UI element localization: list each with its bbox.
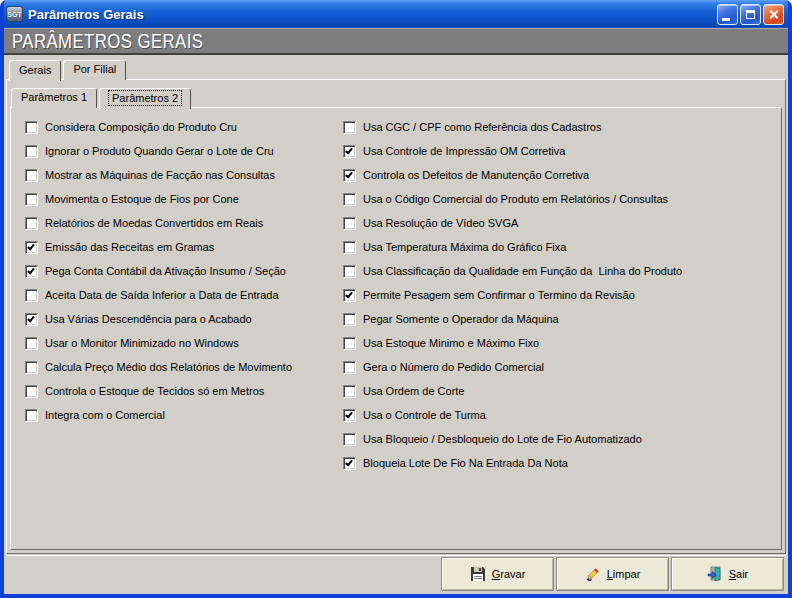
gravar-label: Gravar: [492, 568, 526, 580]
checkbox[interactable]: [25, 217, 38, 230]
close-button[interactable]: [763, 4, 784, 25]
tab-parametros-2[interactable]: Parâmetros 2: [99, 88, 191, 109]
gravar-button[interactable]: Gravar: [441, 557, 554, 591]
minimize-icon: [722, 18, 730, 21]
checkbox-row[interactable]: Mostrar as Máquinas de Facção nas Consul…: [25, 168, 292, 192]
checkbox-row[interactable]: Usa o Controle de Turma: [343, 408, 682, 432]
checkbox-label: Pegar Somente o Operador da Máquina: [363, 312, 559, 327]
page-title: PARÂMETROS GERAIS: [12, 29, 203, 53]
checkbox-row[interactable]: Usa Várias Descendência para o Acabado: [25, 312, 292, 336]
checkbox[interactable]: [343, 313, 356, 326]
checkbox[interactable]: [343, 145, 356, 158]
checkbox-row[interactable]: Ignorar o Produto Quando Gerar o Lote de…: [25, 144, 292, 168]
checkbox-row[interactable]: Permite Pesagem sem Confirmar o Termino …: [343, 288, 682, 312]
checkbox[interactable]: [343, 361, 356, 374]
checkbox-label: Permite Pesagem sem Confirmar o Termino …: [363, 288, 635, 303]
checkbox-label: Controla os Defeitos de Manutenção Corre…: [363, 168, 589, 183]
checkbox-row[interactable]: Pegar Somente o Operador da Máquina: [343, 312, 682, 336]
sair-label: Sair: [729, 568, 749, 580]
checkbox[interactable]: [25, 409, 38, 422]
checkbox[interactable]: [25, 265, 38, 278]
checkbox[interactable]: [25, 337, 38, 350]
checkbox-row[interactable]: Movimenta o Estoque de Fios por Cone: [25, 192, 292, 216]
limpar-label: Limpar: [607, 568, 641, 580]
tab-gerais[interactable]: Gerais: [9, 60, 61, 81]
checkmark-icon: [345, 147, 353, 155]
checkbox-row[interactable]: Bloqueia Lote De Fio Na Entrada Da Nota: [343, 456, 682, 480]
inner-tabstrip: Parâmetros 1 Parâmetros 2: [11, 84, 193, 108]
checkbox-row[interactable]: Usa Classificação da Qualidade em Função…: [343, 264, 682, 288]
checkbox-label: Calcula Preço Médio dos Relatórios de Mo…: [45, 360, 292, 375]
checkbox-row[interactable]: Gera o Número do Pedido Comercial: [343, 360, 682, 384]
content-area: Gerais Por Filial Parâmetros 1 Parâmetro…: [4, 55, 788, 594]
checkbox[interactable]: [343, 217, 356, 230]
checkbox-label: Emissão das Receitas em Gramas: [45, 240, 214, 255]
limpar-button[interactable]: Limpar: [556, 557, 669, 591]
minimize-button[interactable]: [717, 4, 738, 25]
checkbox-row[interactable]: Controla o Estoque de Tecidos só em Metr…: [25, 384, 292, 408]
checkbox[interactable]: [343, 169, 356, 182]
checkbox[interactable]: [25, 169, 38, 182]
checkbox-row[interactable]: Controla os Defeitos de Manutenção Corre…: [343, 168, 682, 192]
checkbox-row[interactable]: Aceita Data de Saída Inferior a Data de …: [25, 288, 292, 312]
checkbox[interactable]: [343, 409, 356, 422]
checkbox-label: Mostrar as Máquinas de Facção nas Consul…: [45, 168, 275, 183]
checkbox-label: Usa Estoque Minimo e Máximo Fixo: [363, 336, 539, 351]
checkbox[interactable]: [25, 241, 38, 254]
app-logo-icon: SGT: [6, 6, 23, 22]
checkbox-row[interactable]: Calcula Preço Médio dos Relatórios de Mo…: [25, 360, 292, 384]
checkbox-row[interactable]: Usa o Código Comercial do Produto em Rel…: [343, 192, 682, 216]
checkbox-row[interactable]: Usa Bloqueio / Desbloqueio do Lote de Fi…: [343, 432, 682, 456]
checkbox-label: Movimenta o Estoque de Fios por Cone: [45, 192, 239, 207]
checkmark-icon: [345, 459, 353, 467]
checkbox[interactable]: [343, 433, 356, 446]
checkbox-row[interactable]: Usa CGC / CPF como Referência dos Cadast…: [343, 120, 682, 144]
checkbox[interactable]: [25, 145, 38, 158]
checkbox[interactable]: [343, 265, 356, 278]
checkbox-label: Considera Composição do Produto Cru: [45, 120, 237, 135]
parametros-gerais-window: SGT Parâmetros Gerais PARÂMETROS GERAIS …: [0, 0, 792, 598]
checkbox-row[interactable]: Usa Ordem de Corte: [343, 384, 682, 408]
checkbox[interactable]: [343, 121, 356, 134]
checkbox-label: Usa CGC / CPF como Referência dos Cadast…: [363, 120, 601, 135]
checkbox-label: Ignorar o Produto Quando Gerar o Lote de…: [45, 144, 274, 159]
checkbox[interactable]: [25, 385, 38, 398]
checkbox-label: Usa Classificação da Qualidade em Função…: [363, 264, 682, 279]
checkbox-label: Usa o Código Comercial do Produto em Rel…: [363, 192, 668, 207]
clear-eraser-icon: [585, 566, 601, 582]
checkbox-row[interactable]: Usa Resolução de Vídeo SVGA: [343, 216, 682, 240]
checkbox-row[interactable]: Emissão das Receitas em Gramas: [25, 240, 292, 264]
checkbox[interactable]: [25, 289, 38, 302]
checkmark-icon: [27, 243, 35, 251]
window-title: Parâmetros Gerais: [28, 7, 712, 22]
checkbox-row[interactable]: Considera Composição do Produto Cru: [25, 120, 292, 144]
checkbox[interactable]: [343, 457, 356, 470]
checkbox[interactable]: [343, 289, 356, 302]
exit-door-icon: [707, 566, 723, 582]
checkbox-label: Usa Várias Descendência para o Acabado: [45, 312, 252, 327]
checkbox-row[interactable]: Usa Controle de Impressão OM Corretiva: [343, 144, 682, 168]
checkbox[interactable]: [343, 193, 356, 206]
checkbox-column-left: Considera Composição do Produto Cru Igno…: [25, 120, 292, 432]
checkmark-icon: [27, 267, 35, 275]
checkbox[interactable]: [25, 313, 38, 326]
checkbox-row[interactable]: Relatórios de Moedas Convertidos em Reai…: [25, 216, 292, 240]
checkbox-row[interactable]: Usa Temperatura Máxima do Gráfico Fixa: [343, 240, 682, 264]
tab-parametros-1[interactable]: Parâmetros 1: [11, 88, 97, 108]
checkbox[interactable]: [343, 385, 356, 398]
tab-por-filial[interactable]: Por Filial: [63, 60, 126, 80]
sair-button[interactable]: Sair: [671, 557, 784, 591]
checkbox-row[interactable]: Integra com o Comercial: [25, 408, 292, 432]
maximize-button[interactable]: [740, 4, 761, 25]
checkbox[interactable]: [25, 121, 38, 134]
title-bar[interactable]: SGT Parâmetros Gerais: [0, 0, 792, 28]
checkbox[interactable]: [25, 361, 38, 374]
checkbox-row[interactable]: Usa Estoque Minimo e Máximo Fixo: [343, 336, 682, 360]
checkbox[interactable]: [25, 193, 38, 206]
checkbox-column-right: Usa CGC / CPF como Referência dos Cadast…: [343, 120, 682, 480]
checkbox-row[interactable]: Usar o Monitor Minimizado no Windows: [25, 336, 292, 360]
checkbox[interactable]: [343, 337, 356, 350]
checkbox[interactable]: [343, 241, 356, 254]
checkbox-row[interactable]: Pega Conta Contábil da Ativação Insumo /…: [25, 264, 292, 288]
footer-bar: Gravar Limpar: [6, 555, 786, 592]
